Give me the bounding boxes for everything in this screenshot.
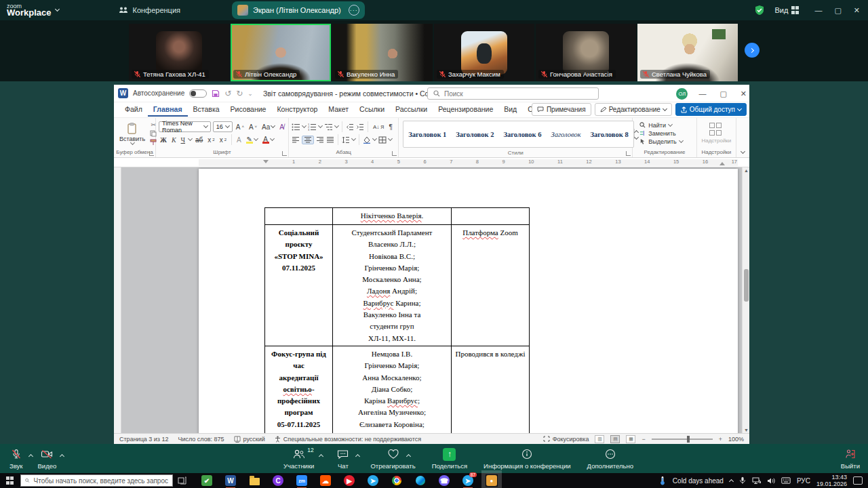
word-icon[interactable]: W: [225, 475, 236, 486]
underline-button[interactable]: Ч: [180, 136, 187, 144]
react-button[interactable]: Отреагировать: [370, 444, 415, 473]
cut-icon[interactable]: ✂: [151, 121, 156, 128]
borders-icon[interactable]: [378, 136, 387, 144]
taskbar-search[interactable]: Чтобы начать поиск, введите здесь запрос: [20, 474, 173, 487]
zoom-minimize-button[interactable]: —: [814, 6, 822, 15]
participant-tile[interactable]: Гончарова Анастасія: [536, 24, 636, 81]
superscript-button[interactable]: х2: [218, 136, 228, 144]
font-size-combo[interactable]: 16: [213, 121, 233, 132]
zoom-app-icon[interactable]: zm: [296, 475, 307, 486]
word-tab-Главная[interactable]: Главная: [148, 103, 188, 117]
account-avatar[interactable]: ОЛ: [676, 88, 688, 100]
sort-icon[interactable]: А↓Я: [372, 124, 385, 130]
align-right-icon[interactable]: [316, 136, 324, 144]
style-chip[interactable]: Заголовок 2: [451, 121, 498, 147]
tray-expand-icon[interactable]: [729, 479, 734, 484]
language-indicator[interactable]: русский: [234, 436, 265, 443]
defender-icon[interactable]: ✔: [201, 475, 212, 486]
share-screen-button[interactable]: ↑ Поделиться: [432, 444, 467, 473]
decrease-indent-icon[interactable]: [346, 123, 354, 131]
word-tab-Файл[interactable]: Файл: [119, 103, 148, 117]
word-tab-Рассылки[interactable]: Рассылки: [390, 103, 433, 117]
horizontal-ruler[interactable]: 1234567891011121314151617: [114, 158, 749, 167]
chrome-icon[interactable]: [391, 475, 402, 486]
chat-button[interactable]: Чат: [337, 444, 349, 473]
editing-mode-button[interactable]: Редактирование: [595, 103, 672, 116]
word-count[interactable]: Число слов: 875: [178, 436, 224, 443]
volume-icon[interactable]: [767, 477, 775, 485]
share-button[interactable]: Общий доступ: [675, 103, 747, 116]
multilevel-list-icon[interactable]: [324, 123, 333, 131]
shrink-font-button[interactable]: A˅: [248, 123, 258, 131]
bullet-list-icon[interactable]: [292, 123, 300, 131]
participant-tile[interactable]: Светлана Чуйкова: [637, 24, 738, 81]
web-layout-button[interactable]: ▦: [626, 435, 635, 443]
bold-button[interactable]: Ж: [159, 136, 168, 144]
word-search-box[interactable]: Поиск: [427, 87, 599, 100]
word-tab-Макет[interactable]: Макет: [323, 103, 354, 117]
security-shield-icon[interactable]: [754, 5, 765, 16]
document-page[interactable]: Нікітченко Валерія.Соціальнийпроєкту«STO…: [199, 169, 738, 433]
tray-mic-icon[interactable]: [739, 476, 746, 485]
telegram-badge-icon[interactable]: ➤87: [462, 475, 473, 486]
telegram-icon[interactable]: ➤: [368, 475, 378, 486]
table-cell[interactable]: Соціальнийпроєкту«STOP MINA»07.11.2025: [265, 225, 333, 346]
table-cell[interactable]: Проводився в коледжі: [452, 346, 530, 433]
find-button[interactable]: Найти: [639, 122, 683, 129]
word-vertical-scrollbar[interactable]: ▲ ▼: [742, 167, 749, 433]
word-close-button[interactable]: ✕: [741, 89, 747, 98]
word-tab-Ссылки[interactable]: Ссылки: [354, 103, 390, 117]
zoom-out-button[interactable]: −: [642, 436, 645, 443]
language-switcher[interactable]: РУС: [797, 477, 810, 485]
clear-formatting-button[interactable]: A̸: [278, 123, 285, 131]
paste-button[interactable]: Вставить: [117, 122, 148, 145]
table-cell[interactable]: Немцова І.В.Грінченко Марія;Анна Москале…: [333, 346, 452, 433]
participant-tile[interactable]: Вакуленко Инна: [332, 24, 433, 81]
font-color-button[interactable]: А: [261, 136, 275, 144]
select-button[interactable]: Выделить: [639, 138, 683, 145]
change-case-button[interactable]: Aa: [260, 123, 276, 131]
addins-button[interactable]: Надстройки: [697, 118, 736, 148]
table-cell[interactable]: Студентський ПарламентВласенко Л.Л.;Нові…: [333, 225, 452, 346]
recorder-icon[interactable]: ●: [486, 475, 497, 486]
taskbar-clock[interactable]: 13:43 19.01.2026: [816, 474, 847, 487]
pilcrow-icon[interactable]: ¶: [387, 123, 393, 131]
style-chip[interactable]: Заголовок 6: [498, 121, 546, 147]
page-indicator[interactable]: Страница 3 из 12: [119, 436, 168, 443]
scrollbar-thumb[interactable]: [744, 269, 749, 302]
participant-tile[interactable]: Тетяна Гахова ХЛ-41: [129, 24, 229, 81]
explorer-icon[interactable]: [249, 475, 260, 486]
edge-icon[interactable]: [415, 475, 426, 486]
font-dialog-launcher[interactable]: [282, 151, 287, 156]
network-icon[interactable]: [752, 477, 761, 485]
numbered-list-icon[interactable]: 123: [308, 123, 317, 131]
accessibility-status[interactable]: Специальные возможности: не поддерживают…: [275, 436, 421, 443]
highlight-button[interactable]: ✎: [245, 136, 259, 144]
tab-screen-share[interactable]: Экран (Літвін Олександр) ···: [232, 1, 365, 19]
shading-icon[interactable]: [363, 136, 371, 144]
style-chip[interactable]: Заголовок 1: [403, 121, 451, 147]
table-cell[interactable]: Нікітченко Валерія.: [333, 208, 452, 225]
keyboard-icon[interactable]: [781, 477, 791, 484]
justify-icon[interactable]: [326, 136, 334, 144]
save-icon[interactable]: [212, 89, 220, 98]
word-maximize-button[interactable]: ▢: [719, 89, 726, 98]
tab-meeting[interactable]: Конференция: [112, 0, 187, 20]
collapse-ribbon-icon[interactable]: [736, 118, 749, 157]
leave-button[interactable]: Выйти: [841, 444, 860, 473]
line-spacing-icon[interactable]: [342, 136, 350, 144]
italic-button[interactable]: К: [170, 136, 178, 144]
table-cell[interactable]: [452, 208, 530, 225]
weather-text[interactable]: Cold days ahead: [673, 477, 724, 485]
zoom-maximize-button[interactable]: ▢: [834, 6, 841, 15]
styles-dialog-launcher[interactable]: [626, 151, 631, 156]
more-button[interactable]: Дополнительно: [587, 444, 633, 473]
word-minimize-button[interactable]: —: [698, 89, 706, 98]
focus-mode-button[interactable]: Фокусировка: [543, 436, 589, 443]
tab-options-icon[interactable]: ···: [349, 5, 359, 16]
style-chip[interactable]: Заголовок: [546, 121, 585, 147]
word-tab-Вид[interactable]: Вид: [498, 103, 522, 117]
autosave-toggle[interactable]: [189, 89, 207, 98]
text-effects-button[interactable]: А: [235, 136, 243, 144]
grow-font-button[interactable]: A˄: [235, 123, 245, 131]
